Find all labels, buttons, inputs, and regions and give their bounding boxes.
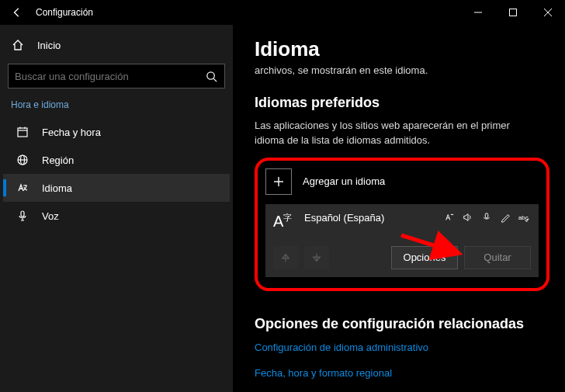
minimize-button[interactable] xyxy=(460,0,495,25)
titlebar: Configuración xyxy=(0,0,565,25)
plus-icon xyxy=(265,168,292,195)
options-button[interactable]: Opciones xyxy=(391,246,458,269)
home-nav[interactable]: Inicio xyxy=(3,31,230,59)
home-label: Inicio xyxy=(37,40,61,51)
language-icon xyxy=(16,181,29,195)
svg-rect-6 xyxy=(18,128,27,137)
window-title: Configuración xyxy=(36,7,460,18)
sidebar-item-region[interactable]: Región xyxy=(3,146,230,174)
language-name: Español (España) xyxy=(304,212,435,224)
home-icon xyxy=(11,38,25,52)
mic-icon xyxy=(16,209,29,223)
link-date-format[interactable]: Fecha, hora y formato regional xyxy=(255,367,549,379)
nav-label: Fecha y hora xyxy=(42,127,101,138)
sidebar-item-fecha[interactable]: Fecha y hora xyxy=(3,118,230,146)
display-lang-icon xyxy=(444,212,456,224)
page-title: Idioma xyxy=(255,37,549,61)
svg-rect-13 xyxy=(21,211,24,217)
sidebar-item-voz[interactable]: Voz xyxy=(3,202,230,230)
back-button[interactable] xyxy=(6,7,28,18)
section-label: Hora e idioma xyxy=(3,95,230,118)
window-controls xyxy=(460,0,565,25)
annotation-highlight: Agregar un idioma A字 Español (España) ab… xyxy=(255,158,549,291)
language-feature-icons: abc xyxy=(444,212,531,224)
sidebar-item-idioma[interactable]: Idioma xyxy=(3,174,230,202)
search-box[interactable] xyxy=(8,64,225,88)
globe-icon xyxy=(16,153,29,167)
handwriting-icon xyxy=(500,212,512,224)
add-language-label: Agregar un idioma xyxy=(303,175,385,187)
maximize-button[interactable] xyxy=(495,0,530,25)
language-glyph-icon: A字 xyxy=(273,212,295,229)
content-pane: Idioma archivos, se mostrarán en este id… xyxy=(233,25,565,392)
move-down-button[interactable] xyxy=(304,246,329,269)
sidebar: Inicio Hora e idioma Fecha y hora xyxy=(0,25,233,392)
related-heading: Opciones de configuración relacionadas xyxy=(255,316,549,332)
language-card[interactable]: A字 Español (España) abc xyxy=(265,204,539,277)
svg-rect-1 xyxy=(509,9,516,16)
nav-label: Región xyxy=(42,154,74,166)
move-up-button[interactable] xyxy=(273,246,298,269)
search-icon xyxy=(204,69,218,83)
nav-label: Idioma xyxy=(42,182,72,194)
speech-icon xyxy=(481,212,494,224)
spellcheck-icon: abc xyxy=(518,212,531,224)
truncated-text: archivos, se mostrarán en este idioma. xyxy=(255,64,549,76)
add-language-button[interactable]: Agregar un idioma xyxy=(265,168,539,195)
svg-rect-16 xyxy=(485,213,488,217)
svg-line-5 xyxy=(213,78,217,82)
remove-button[interactable]: Quitar xyxy=(464,246,531,269)
svg-point-4 xyxy=(206,71,213,78)
nav-label: Voz xyxy=(42,210,59,222)
preferred-heading: Idiomas preferidos xyxy=(255,95,549,111)
link-admin-language[interactable]: Configuración de idioma administrativo xyxy=(255,342,549,353)
calendar-icon xyxy=(16,125,29,139)
tts-icon xyxy=(463,212,475,224)
close-button[interactable] xyxy=(530,0,565,25)
svg-text:abc: abc xyxy=(518,213,529,220)
preferred-desc: Las aplicaciones y los sitios web aparec… xyxy=(255,119,542,148)
search-input[interactable] xyxy=(15,71,198,82)
